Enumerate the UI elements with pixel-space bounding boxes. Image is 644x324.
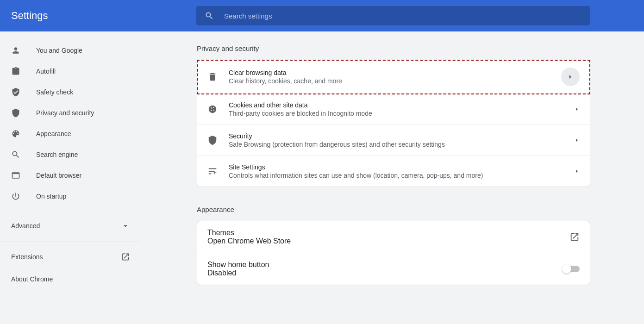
sidebar-item-label: Default browser [36,172,81,179]
sliders-icon [207,166,218,176]
sidebar-item-extensions[interactable]: Extensions [0,246,141,268]
sidebar-item-safety-check[interactable]: Safety check [0,83,141,101]
row-subtitle: Third-party cookies are blocked in Incog… [229,110,574,117]
about-label: About Chrome [11,275,53,283]
divider [0,242,141,242]
row-cookies[interactable]: Cookies and other site data Third-party … [197,94,590,125]
palette-icon [11,129,20,138]
row-clear-browsing-data[interactable]: Clear browsing data Clear history, cooki… [197,60,590,94]
sidebar-item-you-and-google[interactable]: You and Google [0,41,141,60]
cookie-icon [207,104,218,114]
main-content: Privacy and security Clear browsing data… [141,31,644,324]
row-text: Security Safe Browsing (protection from … [229,132,574,148]
svg-point-2 [213,107,214,108]
search-input[interactable] [224,12,581,20]
row-subtitle: Disabled [207,269,563,277]
row-text: Show home button Disabled [207,261,563,277]
sidebar-item-default-browser[interactable]: Default browser [0,166,141,185]
chevron-right-icon [561,68,580,86]
row-site-settings[interactable]: Site Settings Controls what information … [197,156,590,187]
svg-point-1 [211,107,212,108]
chevron-right-icon [574,168,580,174]
chevron-down-icon [121,221,130,231]
sidebar: You and Google Autofill Safety check Pri… [0,31,141,324]
svg-point-3 [213,110,214,111]
row-text: Cookies and other site data Third-party … [229,101,574,117]
page-title: Settings [11,10,196,22]
shield-check-icon [11,87,20,97]
section-title-privacy: Privacy and security [197,44,590,52]
search-icon [11,150,20,159]
open-external-icon [569,232,580,242]
person-icon [11,46,20,55]
row-text: Site Settings Controls what information … [229,163,574,179]
svg-point-4 [211,110,212,111]
trash-icon [207,72,218,82]
row-text: Themes Open Chrome Web Store [207,229,569,245]
sidebar-item-label: Safety check [36,88,73,96]
advanced-label: Advanced [11,222,40,230]
row-themes[interactable]: Themes Open Chrome Web Store [197,221,590,253]
row-subtitle: Controls what information sites can use … [229,172,574,179]
sidebar-item-label: Appearance [36,130,71,137]
row-subtitle: Clear history, cookies, cache, and more [229,77,561,85]
extensions-label: Extensions [11,253,43,261]
sidebar-item-appearance[interactable]: Appearance [0,125,141,143]
sidebar-item-on-startup[interactable]: On startup [0,187,141,206]
section-title-appearance: Appearance [197,206,590,213]
sidebar-item-label: You and Google [36,47,82,54]
sidebar-item-privacy-security[interactable]: Privacy and security [0,104,141,122]
search-icon [205,11,214,20]
chevron-right-icon [574,137,580,143]
browser-icon [11,171,20,180]
sidebar-item-label: Search engine [36,151,78,158]
open-external-icon [121,252,130,262]
row-title: Security [229,132,574,140]
sidebar-item-label: On startup [36,193,66,200]
clipboard-icon [11,67,20,76]
privacy-card: Clear browsing data Clear history, cooki… [197,60,590,187]
sidebar-item-label: Privacy and security [36,109,94,117]
shield-icon [11,108,20,118]
row-title: Site Settings [229,163,574,171]
row-title: Themes [207,229,569,237]
sidebar-item-about[interactable]: About Chrome [0,268,141,290]
row-text: Clear browsing data Clear history, cooki… [229,69,561,85]
row-security[interactable]: Security Safe Browsing (protection from … [197,125,590,156]
row-title: Cookies and other site data [229,101,574,109]
sidebar-item-search-engine[interactable]: Search engine [0,145,141,164]
appearance-card: Themes Open Chrome Web Store Show home b… [197,221,590,285]
sidebar-advanced-toggle[interactable]: Advanced [0,215,141,237]
header-bar: Settings [0,0,644,31]
row-show-home-button[interactable]: Show home button Disabled [197,253,590,285]
power-icon [11,192,20,201]
row-title: Show home button [207,261,563,269]
row-title: Clear browsing data [229,69,561,76]
chevron-right-icon [574,106,580,112]
toggle-switch[interactable] [563,266,580,272]
shield-icon [207,135,218,145]
sidebar-item-autofill[interactable]: Autofill [0,62,141,81]
row-subtitle: Open Chrome Web Store [207,237,569,245]
svg-point-0 [209,106,217,113]
row-subtitle: Safe Browsing (protection from dangerous… [229,141,574,148]
sidebar-item-label: Autofill [36,68,56,75]
search-container[interactable] [196,6,590,25]
